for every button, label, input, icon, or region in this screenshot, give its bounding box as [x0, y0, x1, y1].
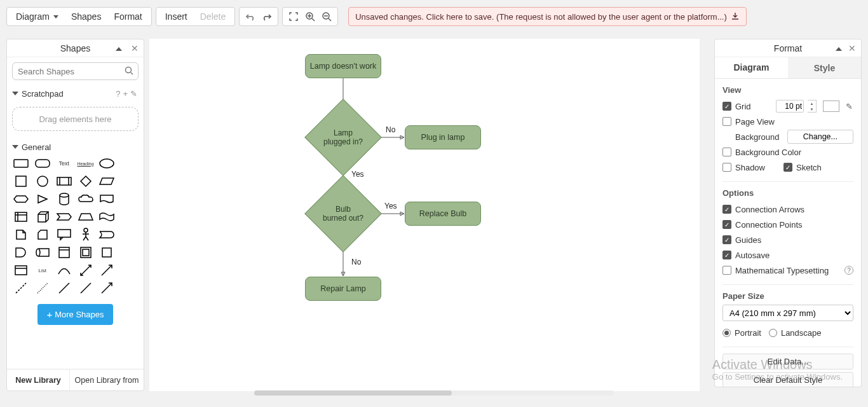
help-icon[interactable]: ? [844, 266, 853, 275]
landscape-radio[interactable] [769, 329, 777, 337]
shape-triangle[interactable] [34, 192, 51, 206]
shape-card[interactable] [34, 228, 51, 242]
conn-points-checkbox[interactable] [722, 220, 731, 229]
portrait-radio[interactable] [722, 329, 731, 337]
shape-dashline[interactable] [12, 281, 30, 295]
shape-or[interactable] [98, 228, 116, 242]
node-decision-plugged[interactable]: Lamp plugged in? [316, 110, 370, 165]
collapse-icon[interactable] [836, 43, 842, 53]
shape-roundrect[interactable] [34, 156, 51, 170]
shape-blank3[interactable] [119, 192, 137, 206]
shape-internal[interactable] [12, 210, 30, 224]
shape-note[interactable] [12, 228, 30, 242]
more-shapes-button[interactable]: +More Shapes [37, 304, 112, 325]
shape-blank4[interactable] [119, 210, 137, 224]
open-library-button[interactable]: Open Library from [70, 369, 144, 390]
general-row[interactable]: General [12, 140, 139, 154]
search-icon[interactable] [125, 66, 133, 77]
sketch-checkbox[interactable] [783, 163, 792, 172]
shape-list-label[interactable]: List [34, 263, 51, 277]
edit-icon[interactable]: ✎ [129, 89, 139, 99]
node-decision-bulb[interactable]: Bulb burned out? [316, 186, 370, 241]
shape-arrow[interactable] [98, 263, 116, 277]
autosave-checkbox[interactable] [722, 251, 731, 259]
shape-trapezoid[interactable] [77, 210, 95, 224]
shape-list[interactable] [12, 263, 30, 277]
add-icon[interactable]: + [121, 89, 129, 99]
shape-blank6[interactable] [119, 245, 137, 259]
tab-style[interactable]: Style [788, 57, 861, 78]
shape-heading[interactable]: Heading [77, 156, 95, 170]
shape-blank7[interactable] [119, 263, 137, 277]
shape-arrow2[interactable] [98, 281, 116, 295]
grid-size-input[interactable] [776, 100, 804, 113]
background-change-button[interactable]: Change... [787, 130, 853, 144]
shape-diamond[interactable] [77, 174, 95, 188]
node-repair[interactable]: Repair Lamp [305, 277, 381, 301]
shape-cloud[interactable] [77, 192, 95, 206]
grid-color-edit-icon[interactable]: ✎ [844, 100, 853, 112]
search-input[interactable] [12, 62, 139, 80]
node-plug-in[interactable]: Plug in lamp [405, 125, 481, 149]
paper-size-select[interactable]: A4 (210 mm x 297 mm) [722, 305, 853, 321]
undo-icon[interactable] [242, 8, 259, 25]
shape-step[interactable] [55, 210, 73, 224]
shape-curve[interactable] [55, 263, 73, 277]
shape-rect[interactable] [12, 156, 30, 170]
shape-dotline[interactable] [34, 281, 51, 295]
clear-style-button[interactable]: Clear Default Style [722, 372, 853, 387]
shape-tape[interactable] [98, 210, 116, 224]
scratchpad-row[interactable]: Scratchpad ? + ✎ [12, 86, 139, 100]
shape-line[interactable] [55, 281, 73, 295]
zoom-in-icon[interactable] [302, 8, 318, 25]
shape-document[interactable] [98, 192, 116, 206]
format-menu[interactable]: Format [107, 9, 148, 24]
canvas[interactable]: Lamp doesn't work Lamp plugged in? No Pl… [149, 39, 700, 391]
shape-square[interactable] [12, 174, 30, 188]
shadow-checkbox[interactable] [722, 163, 731, 172]
shape-process[interactable] [55, 174, 73, 188]
shape-actor[interactable] [77, 228, 95, 242]
shape-blank2[interactable] [119, 174, 137, 188]
edit-data-button[interactable]: Edit Data... [722, 354, 853, 369]
shape-cube[interactable] [34, 210, 51, 224]
shape-rect3[interactable] [98, 245, 116, 259]
close-icon[interactable]: ✕ [131, 43, 139, 53]
diagram-menu[interactable]: Diagram [10, 9, 65, 24]
shape-hexagon[interactable] [12, 192, 30, 206]
shape-parallelogram[interactable] [98, 174, 116, 188]
help-icon[interactable]: ? [114, 89, 121, 99]
node-start[interactable]: Lamp doesn't work [305, 54, 381, 78]
pageview-checkbox[interactable] [722, 117, 731, 126]
shape-blank5[interactable] [119, 228, 137, 242]
zoom-out-icon[interactable] [318, 8, 335, 25]
shapes-menu[interactable]: Shapes [65, 9, 107, 24]
shape-ellipse[interactable] [98, 156, 116, 170]
shape-frame[interactable] [77, 245, 95, 259]
shape-container[interactable] [55, 245, 73, 259]
collapse-icon[interactable] [116, 43, 125, 53]
shape-text[interactable]: Text [55, 156, 73, 170]
grid-size-stepper[interactable]: ▲▼ [808, 100, 817, 113]
grid-color-swatch[interactable] [823, 100, 839, 112]
insert-button[interactable]: Insert [159, 9, 194, 24]
bgcolor-checkbox[interactable] [722, 148, 731, 156]
shape-datastore[interactable] [34, 245, 51, 259]
shape-blank[interactable] [119, 156, 137, 170]
math-checkbox[interactable] [722, 266, 731, 275]
unsaved-banner[interactable]: Unsaved changes. Click here to save. (Th… [348, 7, 747, 26]
horizontal-scrollbar[interactable] [254, 390, 614, 396]
node-replace-bulb[interactable]: Replace Bulb [405, 202, 481, 226]
redo-icon[interactable] [259, 8, 275, 25]
guides-checkbox[interactable] [722, 235, 731, 244]
scratchpad-dropzone[interactable]: Drag elements here [12, 107, 139, 131]
scrollbar-thumb[interactable] [254, 390, 452, 396]
delete-button[interactable]: Delete [194, 9, 232, 24]
shape-and[interactable] [12, 245, 30, 259]
shape-circle[interactable] [34, 174, 51, 188]
grid-checkbox[interactable] [722, 102, 731, 111]
fit-icon[interactable] [285, 8, 302, 25]
new-library-button[interactable]: New Library [7, 369, 70, 390]
shape-biarrow[interactable] [77, 263, 95, 277]
tab-diagram[interactable]: Diagram [715, 57, 788, 78]
